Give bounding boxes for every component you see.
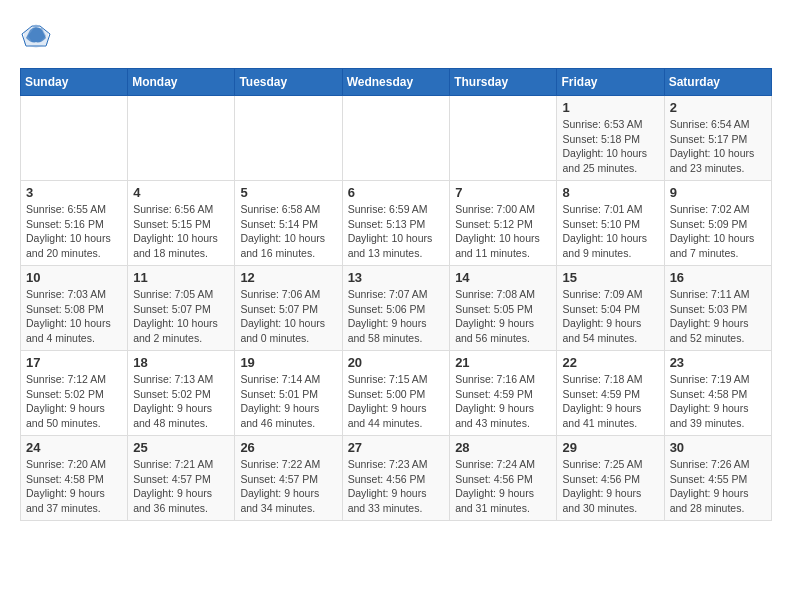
day-cell [128, 96, 235, 181]
week-row-5: 24Sunrise: 7:20 AM Sunset: 4:58 PM Dayli… [21, 436, 772, 521]
day-number: 15 [562, 270, 658, 285]
day-cell: 7Sunrise: 7:00 AM Sunset: 5:12 PM Daylig… [450, 181, 557, 266]
day-number: 1 [562, 100, 658, 115]
day-cell: 28Sunrise: 7:24 AM Sunset: 4:56 PM Dayli… [450, 436, 557, 521]
day-info: Sunrise: 7:11 AM Sunset: 5:03 PM Dayligh… [670, 287, 766, 346]
day-header-friday: Friday [557, 69, 664, 96]
day-number: 3 [26, 185, 122, 200]
week-row-3: 10Sunrise: 7:03 AM Sunset: 5:08 PM Dayli… [21, 266, 772, 351]
day-number: 14 [455, 270, 551, 285]
day-info: Sunrise: 7:09 AM Sunset: 5:04 PM Dayligh… [562, 287, 658, 346]
day-cell: 10Sunrise: 7:03 AM Sunset: 5:08 PM Dayli… [21, 266, 128, 351]
day-number: 30 [670, 440, 766, 455]
day-cell: 19Sunrise: 7:14 AM Sunset: 5:01 PM Dayli… [235, 351, 342, 436]
day-info: Sunrise: 7:20 AM Sunset: 4:58 PM Dayligh… [26, 457, 122, 516]
day-info: Sunrise: 6:58 AM Sunset: 5:14 PM Dayligh… [240, 202, 336, 261]
day-cell: 3Sunrise: 6:55 AM Sunset: 5:16 PM Daylig… [21, 181, 128, 266]
day-info: Sunrise: 7:22 AM Sunset: 4:57 PM Dayligh… [240, 457, 336, 516]
day-info: Sunrise: 7:19 AM Sunset: 4:58 PM Dayligh… [670, 372, 766, 431]
day-cell [450, 96, 557, 181]
day-info: Sunrise: 7:08 AM Sunset: 5:05 PM Dayligh… [455, 287, 551, 346]
day-cell: 11Sunrise: 7:05 AM Sunset: 5:07 PM Dayli… [128, 266, 235, 351]
day-number: 23 [670, 355, 766, 370]
day-number: 22 [562, 355, 658, 370]
day-header-thursday: Thursday [450, 69, 557, 96]
week-row-2: 3Sunrise: 6:55 AM Sunset: 5:16 PM Daylig… [21, 181, 772, 266]
day-info: Sunrise: 7:25 AM Sunset: 4:56 PM Dayligh… [562, 457, 658, 516]
day-number: 29 [562, 440, 658, 455]
week-row-1: 1Sunrise: 6:53 AM Sunset: 5:18 PM Daylig… [21, 96, 772, 181]
day-info: Sunrise: 7:26 AM Sunset: 4:55 PM Dayligh… [670, 457, 766, 516]
day-info: Sunrise: 6:59 AM Sunset: 5:13 PM Dayligh… [348, 202, 445, 261]
logo [20, 20, 58, 52]
day-info: Sunrise: 7:16 AM Sunset: 4:59 PM Dayligh… [455, 372, 551, 431]
day-number: 24 [26, 440, 122, 455]
day-info: Sunrise: 7:03 AM Sunset: 5:08 PM Dayligh… [26, 287, 122, 346]
day-info: Sunrise: 7:12 AM Sunset: 5:02 PM Dayligh… [26, 372, 122, 431]
day-number: 28 [455, 440, 551, 455]
day-number: 19 [240, 355, 336, 370]
day-info: Sunrise: 6:55 AM Sunset: 5:16 PM Dayligh… [26, 202, 122, 261]
day-cell [342, 96, 450, 181]
day-number: 17 [26, 355, 122, 370]
days-header-row: SundayMondayTuesdayWednesdayThursdayFrid… [21, 69, 772, 96]
day-number: 16 [670, 270, 766, 285]
day-info: Sunrise: 6:56 AM Sunset: 5:15 PM Dayligh… [133, 202, 229, 261]
day-cell: 29Sunrise: 7:25 AM Sunset: 4:56 PM Dayli… [557, 436, 664, 521]
day-cell: 18Sunrise: 7:13 AM Sunset: 5:02 PM Dayli… [128, 351, 235, 436]
day-info: Sunrise: 7:06 AM Sunset: 5:07 PM Dayligh… [240, 287, 336, 346]
day-info: Sunrise: 7:00 AM Sunset: 5:12 PM Dayligh… [455, 202, 551, 261]
day-cell: 21Sunrise: 7:16 AM Sunset: 4:59 PM Dayli… [450, 351, 557, 436]
day-cell: 4Sunrise: 6:56 AM Sunset: 5:15 PM Daylig… [128, 181, 235, 266]
day-header-tuesday: Tuesday [235, 69, 342, 96]
day-number: 5 [240, 185, 336, 200]
day-cell: 8Sunrise: 7:01 AM Sunset: 5:10 PM Daylig… [557, 181, 664, 266]
day-cell: 12Sunrise: 7:06 AM Sunset: 5:07 PM Dayli… [235, 266, 342, 351]
day-cell: 16Sunrise: 7:11 AM Sunset: 5:03 PM Dayli… [664, 266, 771, 351]
day-number: 6 [348, 185, 445, 200]
day-cell: 13Sunrise: 7:07 AM Sunset: 5:06 PM Dayli… [342, 266, 450, 351]
day-number: 13 [348, 270, 445, 285]
day-info: Sunrise: 7:07 AM Sunset: 5:06 PM Dayligh… [348, 287, 445, 346]
day-info: Sunrise: 6:54 AM Sunset: 5:17 PM Dayligh… [670, 117, 766, 176]
logo-icon [20, 20, 52, 52]
day-info: Sunrise: 7:15 AM Sunset: 5:00 PM Dayligh… [348, 372, 445, 431]
day-info: Sunrise: 7:18 AM Sunset: 4:59 PM Dayligh… [562, 372, 658, 431]
day-info: Sunrise: 7:02 AM Sunset: 5:09 PM Dayligh… [670, 202, 766, 261]
day-cell: 23Sunrise: 7:19 AM Sunset: 4:58 PM Dayli… [664, 351, 771, 436]
day-cell: 5Sunrise: 6:58 AM Sunset: 5:14 PM Daylig… [235, 181, 342, 266]
day-cell: 24Sunrise: 7:20 AM Sunset: 4:58 PM Dayli… [21, 436, 128, 521]
day-cell: 15Sunrise: 7:09 AM Sunset: 5:04 PM Dayli… [557, 266, 664, 351]
day-info: Sunrise: 7:13 AM Sunset: 5:02 PM Dayligh… [133, 372, 229, 431]
day-info: Sunrise: 7:14 AM Sunset: 5:01 PM Dayligh… [240, 372, 336, 431]
day-number: 26 [240, 440, 336, 455]
day-number: 2 [670, 100, 766, 115]
day-number: 7 [455, 185, 551, 200]
day-number: 11 [133, 270, 229, 285]
day-number: 25 [133, 440, 229, 455]
day-cell [21, 96, 128, 181]
day-cell: 30Sunrise: 7:26 AM Sunset: 4:55 PM Dayli… [664, 436, 771, 521]
day-cell: 27Sunrise: 7:23 AM Sunset: 4:56 PM Dayli… [342, 436, 450, 521]
day-cell: 14Sunrise: 7:08 AM Sunset: 5:05 PM Dayli… [450, 266, 557, 351]
day-info: Sunrise: 7:01 AM Sunset: 5:10 PM Dayligh… [562, 202, 658, 261]
day-info: Sunrise: 7:24 AM Sunset: 4:56 PM Dayligh… [455, 457, 551, 516]
day-number: 20 [348, 355, 445, 370]
day-cell: 25Sunrise: 7:21 AM Sunset: 4:57 PM Dayli… [128, 436, 235, 521]
calendar-table: SundayMondayTuesdayWednesdayThursdayFrid… [20, 68, 772, 521]
day-cell: 26Sunrise: 7:22 AM Sunset: 4:57 PM Dayli… [235, 436, 342, 521]
day-info: Sunrise: 7:05 AM Sunset: 5:07 PM Dayligh… [133, 287, 229, 346]
day-number: 4 [133, 185, 229, 200]
day-cell: 1Sunrise: 6:53 AM Sunset: 5:18 PM Daylig… [557, 96, 664, 181]
day-header-wednesday: Wednesday [342, 69, 450, 96]
day-cell: 2Sunrise: 6:54 AM Sunset: 5:17 PM Daylig… [664, 96, 771, 181]
day-number: 10 [26, 270, 122, 285]
day-info: Sunrise: 7:21 AM Sunset: 4:57 PM Dayligh… [133, 457, 229, 516]
day-cell: 20Sunrise: 7:15 AM Sunset: 5:00 PM Dayli… [342, 351, 450, 436]
day-number: 9 [670, 185, 766, 200]
day-number: 12 [240, 270, 336, 285]
day-number: 21 [455, 355, 551, 370]
day-info: Sunrise: 6:53 AM Sunset: 5:18 PM Dayligh… [562, 117, 658, 176]
day-header-saturday: Saturday [664, 69, 771, 96]
day-number: 8 [562, 185, 658, 200]
